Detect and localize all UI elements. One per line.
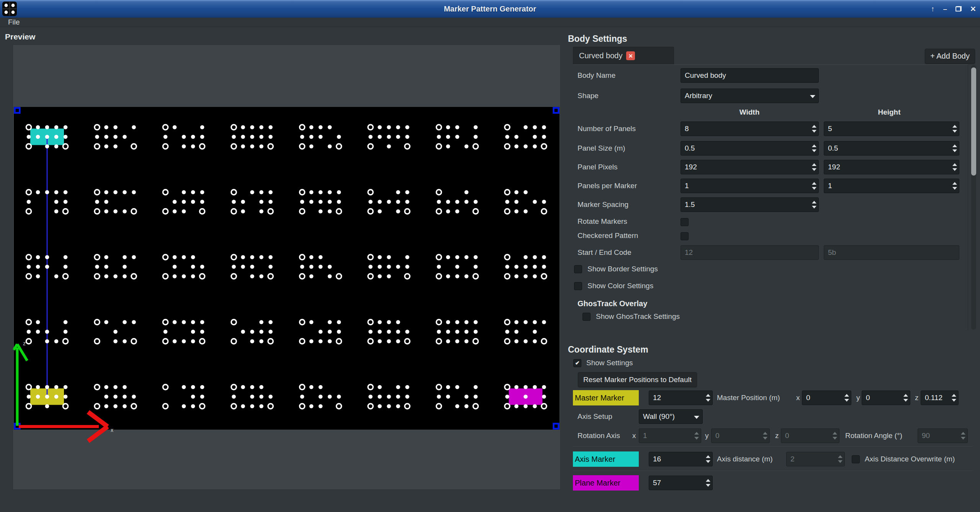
marker-dot (524, 255, 528, 259)
marker-dot (104, 200, 108, 204)
marker-dot (259, 385, 263, 389)
marker-dot (309, 339, 314, 343)
checkered-pattern-checkbox[interactable] (681, 232, 689, 240)
panels-per-marker-height-spinbox[interactable]: 1 (824, 179, 959, 193)
panel-size-width-spinbox[interactable]: 0.5 (681, 141, 819, 156)
marker-dot (54, 200, 59, 204)
tab-close-icon[interactable]: ✕ (626, 51, 635, 60)
spinner-buttons[interactable] (810, 179, 818, 193)
marker-dot (64, 135, 68, 139)
rotation-z-label: z (775, 432, 779, 440)
spinner-buttons[interactable] (951, 122, 959, 136)
spinner-buttons[interactable] (761, 429, 769, 443)
marker-dot (113, 209, 118, 213)
master-x-spinbox[interactable]: 0 (802, 391, 851, 405)
spinner-buttons[interactable] (836, 452, 844, 466)
marker-dot (524, 144, 528, 149)
axis-distance-label: Axis distance (m) (717, 455, 773, 463)
show-ghostrack-settings-checkbox[interactable] (582, 313, 591, 321)
marker-dot (45, 385, 49, 389)
spinner-buttons[interactable] (704, 391, 712, 405)
add-body-button[interactable]: + Add Body (925, 49, 975, 64)
axis-marker-id-spinbox[interactable]: 16 (649, 452, 713, 466)
marker-dot (232, 265, 236, 269)
width-column-header: Width (739, 108, 760, 117)
panel-pixels-height-spinbox[interactable]: 192 (824, 160, 959, 174)
marker-dot (164, 330, 168, 334)
marker-dot (378, 274, 382, 279)
marker-dot (455, 274, 460, 279)
spinner-buttons[interactable] (959, 429, 967, 443)
marker-dot (191, 200, 195, 204)
show-color-settings-checkbox[interactable] (574, 282, 582, 290)
marker-dot (200, 395, 205, 399)
marker-dot (378, 339, 382, 343)
settings-scrollbar-thumb[interactable] (971, 67, 976, 176)
marker-dot (268, 320, 273, 324)
spinner-buttons[interactable] (704, 452, 712, 466)
reset-marker-positions-button[interactable]: Reset Marker Positions to Default (578, 372, 697, 387)
show-border-settings-checkbox[interactable] (574, 265, 582, 273)
panels-width-spinbox[interactable]: 8 (681, 121, 819, 136)
axis-distance-spinbox[interactable]: 2 (786, 452, 845, 466)
rotation-z-spinbox[interactable]: 0 (781, 428, 839, 443)
marker-dot (250, 339, 254, 343)
marker-dot (113, 404, 118, 409)
spinner-buttons[interactable] (810, 198, 818, 212)
marker-dot (378, 330, 382, 334)
marker-dot (533, 144, 537, 149)
shape-label: Shape (578, 92, 599, 100)
menu-file[interactable]: File (0, 18, 25, 26)
master-y-spinbox[interactable]: 0 (862, 391, 910, 405)
marker-dot (104, 135, 108, 139)
rotate-markers-checkbox[interactable] (681, 218, 689, 226)
marker-dot (319, 190, 323, 194)
spinner-buttons[interactable] (810, 141, 818, 155)
marker-dot (505, 265, 509, 269)
spinner-buttons[interactable] (704, 476, 712, 490)
marker-dot (191, 274, 195, 279)
marker-dot (123, 395, 127, 399)
panels-height-spinbox[interactable]: 5 (824, 121, 959, 136)
rotation-angle-spinbox[interactable]: 90 (918, 428, 968, 443)
panels-per-marker-width-spinbox[interactable]: 1 (681, 179, 819, 193)
shape-dropdown[interactable]: Arbitrary (681, 89, 819, 103)
rotation-x-spinbox[interactable]: 1 (639, 428, 701, 443)
marker-canvas[interactable] (14, 107, 560, 430)
body-name-input[interactable]: Curved body (681, 68, 819, 83)
marker-dot (368, 330, 373, 334)
marker-dot (36, 330, 40, 334)
master-z-spinbox[interactable]: 0.112 (921, 391, 959, 405)
marker-dot (191, 320, 195, 324)
spinner-buttons[interactable] (810, 160, 818, 174)
marker-dot (104, 320, 108, 324)
spinner-buttons[interactable] (831, 429, 839, 443)
master-marker-id-spinbox[interactable]: 12 (649, 391, 713, 405)
panel-pixels-width-spinbox[interactable]: 192 (681, 160, 819, 174)
spinner-buttons[interactable] (901, 391, 910, 405)
plane-marker-id-spinbox[interactable]: 57 (649, 476, 713, 490)
spinner-buttons[interactable] (843, 391, 851, 405)
panel-size-height-spinbox[interactable]: 0.5 (824, 141, 959, 156)
rotation-y-spinbox[interactable]: 0 (711, 428, 770, 443)
marker-dot (259, 320, 263, 324)
axis-setup-dropdown[interactable]: Wall (90°) (639, 409, 703, 424)
marker-dot (455, 265, 460, 269)
axis-distance-overwrite-checkbox[interactable] (852, 455, 860, 463)
end-code-input[interactable]: 5b (824, 245, 959, 260)
spinner-buttons[interactable] (951, 179, 959, 193)
tab-curved-body[interactable]: Curved body ✕ (573, 47, 674, 64)
spinner-buttons[interactable] (950, 391, 958, 405)
marker-dot (250, 255, 254, 259)
marker-spacing-spinbox[interactable]: 1.5 (681, 197, 819, 212)
spinner-buttons[interactable] (810, 122, 818, 136)
spinner-buttons[interactable] (692, 429, 701, 443)
marker-dot (378, 385, 382, 389)
preview-svg[interactable]: zx (13, 45, 560, 489)
marker-dot (533, 125, 537, 130)
marker-dot (268, 265, 273, 269)
show-settings-checkbox[interactable] (573, 359, 581, 367)
start-code-input[interactable]: 12 (681, 245, 819, 260)
spinner-buttons[interactable] (951, 141, 959, 155)
spinner-buttons[interactable] (951, 160, 959, 174)
